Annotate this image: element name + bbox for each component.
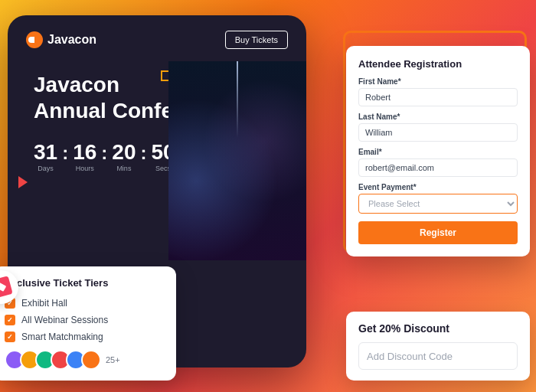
- email-label: Email*: [358, 148, 518, 156]
- red-triangle-decoration: [18, 176, 28, 188]
- separator-3: :: [140, 142, 146, 164]
- register-button[interactable]: Register: [358, 221, 518, 244]
- email-input[interactable]: [358, 158, 518, 177]
- first-name-label: First Name*: [358, 77, 518, 86]
- conference-image: [168, 61, 306, 260]
- tablet-nav: Javacon Buy Tickets: [26, 31, 288, 49]
- discount-input-wrapper[interactable]: Add Discount Code: [358, 342, 518, 370]
- countdown-hours: 16 Hours: [73, 142, 96, 172]
- ticket-item-1: Exhibit Hall: [5, 298, 164, 309]
- payment-select[interactable]: Please Select: [358, 194, 518, 214]
- registration-panel-title: Attendee Registration: [358, 58, 518, 70]
- registration-panel: Attendee Registration First Name* Last N…: [346, 46, 530, 256]
- payment-label: Event Payment*: [358, 183, 518, 191]
- tag-icon: [0, 276, 13, 298]
- avatar-6: [81, 350, 101, 370]
- avatars-row: 25+: [5, 350, 164, 370]
- buy-tickets-button[interactable]: Buy Tickets: [225, 31, 288, 49]
- ticket-checkbox-3: [5, 332, 15, 342]
- last-name-input[interactable]: [358, 123, 518, 142]
- logo-icon: [26, 31, 43, 48]
- countdown-mins: 20 Mins: [112, 142, 136, 172]
- discount-panel: Get 20% Discount Add Discount Code: [346, 312, 530, 381]
- separator-1: :: [62, 142, 68, 164]
- light-beam: [237, 61, 238, 138]
- avatar-count: 25+: [106, 355, 120, 364]
- countdown-days: 31 Days: [34, 142, 57, 172]
- logo: Javacon: [26, 31, 96, 48]
- logo-text: Javacon: [47, 33, 96, 47]
- ticket-panel-title: Exclusive Ticket Tiers: [5, 277, 164, 289]
- ticket-checkbox-2: [5, 315, 15, 325]
- discount-title: Get 20% Discount: [358, 322, 518, 335]
- last-name-label: Last Name*: [358, 113, 518, 121]
- separator-2: :: [101, 142, 107, 164]
- first-name-input[interactable]: [358, 88, 518, 106]
- ticket-item-3: Smart Matchmaking: [5, 332, 164, 342]
- discount-input-placeholder: Add Discount Code: [367, 351, 453, 362]
- ticket-item-2: All Webinar Sessions: [5, 315, 164, 325]
- ticket-panel: Exclusive Ticket Tiers Exhibit Hall All …: [0, 266, 176, 381]
